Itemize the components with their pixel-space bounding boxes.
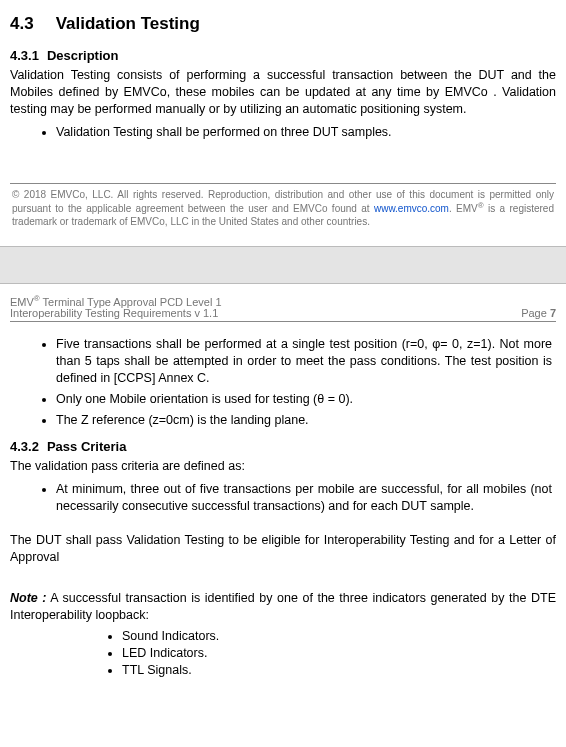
description-paragraph: Validation Testing consists of performin… (10, 67, 556, 118)
note-indicator-list: Sound Indicators. LED Indicators. TTL Si… (54, 628, 556, 679)
subsection-432-title: Pass Criteria (47, 439, 127, 454)
list-item: TTL Signals. (122, 662, 556, 678)
header-page: Page 7 (521, 307, 556, 319)
subsection-431-title: Description (47, 48, 119, 63)
page-number: 7 (550, 307, 556, 319)
page-header: EMV® Terminal Type Approval PCD Level 1 … (0, 284, 566, 323)
note-indicator-block: Sound Indicators. LED Indicators. TTL Si… (54, 628, 556, 679)
header-line1-post: Terminal Type Approval PCD Level 1 (40, 295, 222, 307)
header-line-2-row: Interoperability Testing Requirements v … (10, 307, 556, 319)
section-title-text: Validation Testing (56, 14, 200, 33)
subsection-432-heading: 4.3.2Pass Criteria (10, 439, 556, 454)
continued-bullet-list: Five transactions shall be performed at … (10, 336, 556, 428)
header-line1-pre: EMV (10, 295, 34, 307)
note-body: A successful transaction is identified b… (10, 591, 556, 622)
header-line-1: EMV® Terminal Type Approval PCD Level 1 (10, 294, 556, 308)
pass-criteria-bullet-list: At minimum, three out of five transactio… (10, 481, 556, 515)
footer-text-post: . EMV (449, 203, 478, 214)
section-number: 4.3 (10, 14, 34, 34)
subsection-432-number: 4.3.2 (10, 439, 39, 454)
header-lines: EMV® Terminal Type Approval PCD Level 1 … (10, 294, 556, 323)
list-item: Validation Testing shall be performed on… (56, 124, 556, 141)
subsection-431-heading: 4.3.1Description (10, 48, 556, 63)
list-item: LED Indicators. (122, 645, 556, 661)
section-heading: 4.3Validation Testing (10, 14, 556, 34)
subsection-431-number: 4.3.1 (10, 48, 39, 63)
note-paragraph: Note : A successful transaction is ident… (10, 590, 556, 624)
list-item: Sound Indicators. (122, 628, 556, 644)
note-label: Note : (10, 591, 47, 605)
description-bullet-list: Validation Testing shall be performed on… (10, 124, 556, 141)
header-line-2: Interoperability Testing Requirements v … (10, 307, 218, 319)
list-item: The Z reference (z=0cm) is the landing p… (56, 412, 556, 429)
footer-link-emvco[interactable]: www.emvco.com (374, 203, 449, 214)
page-label: Page (521, 307, 550, 319)
eligibility-paragraph: The DUT shall pass Validation Testing to… (10, 532, 556, 566)
page-upper: 4.3Validation Testing 4.3.1Description V… (0, 0, 566, 246)
page-break-gap (0, 246, 566, 284)
list-item: Five transactions shall be performed at … (56, 336, 556, 387)
list-item: Only one Mobile orientation is used for … (56, 391, 556, 408)
page-lower: Five transactions shall be performed at … (0, 322, 566, 690)
pass-criteria-intro: The validation pass criteria are defined… (10, 458, 556, 475)
page-footer-copyright: © 2018 EMVCo, LLC. All rights reserved. … (10, 183, 556, 238)
list-item: At minimum, three out of five transactio… (56, 481, 556, 515)
